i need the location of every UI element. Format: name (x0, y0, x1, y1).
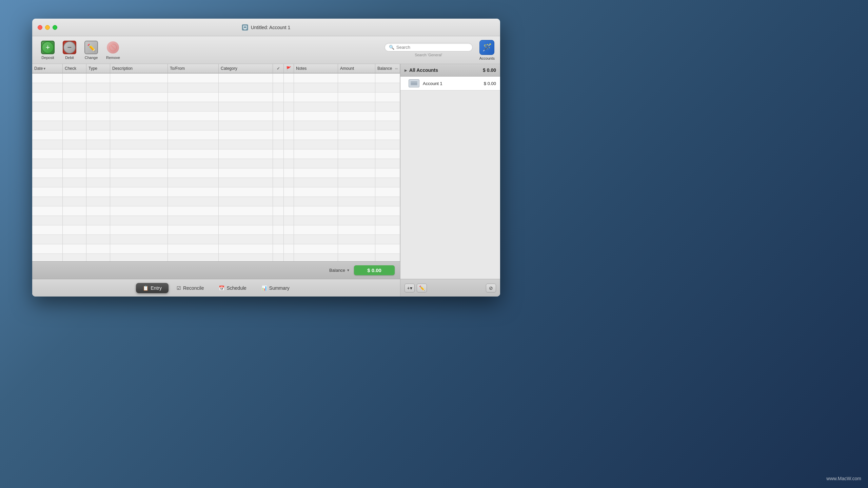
tab-entry[interactable]: 📋 Entry (136, 283, 169, 293)
account-row[interactable]: Account 1 $ 0.00 (400, 77, 500, 90)
table-cell (338, 254, 375, 261)
table-row[interactable] (32, 83, 400, 93)
table-cell (294, 206, 338, 216)
table-cell (284, 206, 294, 216)
content-area: Date ▼ Check Type Description To/From Ca… (32, 64, 500, 297)
table-cell (375, 159, 400, 168)
balance-label[interactable]: Balance ▼ (329, 268, 350, 273)
table-cell (338, 121, 375, 130)
table-cell (32, 140, 63, 149)
balance-resize-handle[interactable]: ⇔ (395, 67, 398, 70)
table-row[interactable] (32, 111, 400, 121)
table-cell (32, 216, 63, 225)
table-cell (63, 197, 86, 206)
table-row[interactable] (32, 121, 400, 130)
table-cell (63, 74, 86, 83)
col-header-notes[interactable]: Notes (294, 64, 338, 73)
change-button[interactable]: ✏️ Change (81, 39, 101, 62)
tab-reconcile[interactable]: ☑ Reconcile (170, 283, 211, 293)
table-cell (63, 102, 86, 111)
window-icon (242, 24, 248, 30)
pencil-icon: ✏️ (87, 43, 96, 52)
table-cell (375, 178, 400, 187)
table-row[interactable] (32, 197, 400, 206)
table-cell (338, 149, 375, 159)
remove-button[interactable]: 🚫 Remove (103, 39, 123, 62)
col-header-balance[interactable]: Balance ⇔ (375, 64, 400, 73)
edit-account-button[interactable]: ✏️ (417, 284, 427, 292)
col-header-checkmark[interactable]: ✓ (273, 64, 284, 73)
col-header-date[interactable]: Date ▼ (32, 64, 63, 73)
main-window: Untitled: Account 1 + Deposit − Debit ✏️… (32, 19, 500, 297)
table-cell (284, 93, 294, 102)
col-header-check[interactable]: Check (63, 64, 86, 73)
schedule-tab-label: Schedule (226, 285, 246, 291)
sidebar-bottom: +▾ ✏️ ⊘ (400, 279, 500, 297)
table-row[interactable] (32, 93, 400, 102)
bottom-bar: Balance ▼ $ 0.00 (32, 261, 400, 279)
table-cell (110, 254, 168, 261)
table-cell (219, 121, 273, 130)
search-input[interactable] (396, 45, 468, 50)
account-name: Account 1 (423, 81, 484, 86)
table-cell (284, 178, 294, 187)
table-row[interactable] (32, 168, 400, 178)
table-cell (86, 159, 110, 168)
table-row[interactable] (32, 225, 400, 235)
deposit-button[interactable]: + Deposit (38, 39, 58, 62)
col-header-type[interactable]: Type (86, 64, 110, 73)
table-cell (86, 254, 110, 261)
tab-summary[interactable]: 📊 Summary (255, 283, 296, 293)
table-row[interactable] (32, 159, 400, 168)
table-row[interactable] (32, 254, 400, 261)
table-row[interactable] (32, 206, 400, 216)
table-row[interactable] (32, 244, 400, 254)
table-cell (273, 235, 284, 244)
table-cell (110, 225, 168, 235)
all-accounts-row[interactable]: ▶ All Accounts $ 0.00 (400, 64, 500, 77)
schedule-tab-icon: 📅 (219, 285, 224, 291)
table-cell (110, 74, 168, 83)
col-header-flag[interactable]: 🚩 (284, 64, 294, 73)
deposit-icon: + (41, 41, 55, 54)
table-cell (110, 93, 168, 102)
debit-button[interactable]: − Debit (59, 39, 80, 62)
clear-account-button[interactable]: ⊘ (486, 284, 496, 292)
search-icon: 🔍 (389, 45, 394, 50)
table-row[interactable] (32, 74, 400, 83)
maximize-button[interactable] (53, 25, 57, 30)
table-cell (86, 216, 110, 225)
table-cell (375, 102, 400, 111)
table-cell (273, 225, 284, 235)
table-cell (32, 178, 63, 187)
balance-dropdown-icon: ▼ (347, 268, 350, 272)
table-cell (110, 102, 168, 111)
accounts-button[interactable]: 🪄 Accounts (479, 40, 495, 60)
table-row[interactable] (32, 130, 400, 140)
col-header-amount[interactable]: Amount (338, 64, 375, 73)
table-cell (219, 187, 273, 197)
col-header-category[interactable]: Category (219, 64, 273, 73)
table-cell (219, 178, 273, 187)
col-header-tofrom[interactable]: To/From (168, 64, 219, 73)
table-cell (219, 140, 273, 149)
table-row[interactable] (32, 149, 400, 159)
table-row[interactable] (32, 187, 400, 197)
table-cell (32, 197, 63, 206)
table-cell (375, 168, 400, 178)
table-cell (273, 178, 284, 187)
close-button[interactable] (38, 25, 42, 30)
minimize-button[interactable] (45, 25, 50, 30)
table-cell (86, 178, 110, 187)
col-header-description[interactable]: Description (110, 64, 168, 73)
table-row[interactable] (32, 178, 400, 187)
table-row[interactable] (32, 216, 400, 225)
table-row[interactable] (32, 102, 400, 111)
tab-schedule[interactable]: 📅 Schedule (212, 283, 253, 293)
watermark: www.MacW.com (826, 476, 861, 481)
table-row[interactable] (32, 235, 400, 244)
table-row[interactable] (32, 140, 400, 149)
table-cell (284, 111, 294, 121)
table-cell (63, 235, 86, 244)
add-account-button[interactable]: +▾ (405, 284, 415, 292)
